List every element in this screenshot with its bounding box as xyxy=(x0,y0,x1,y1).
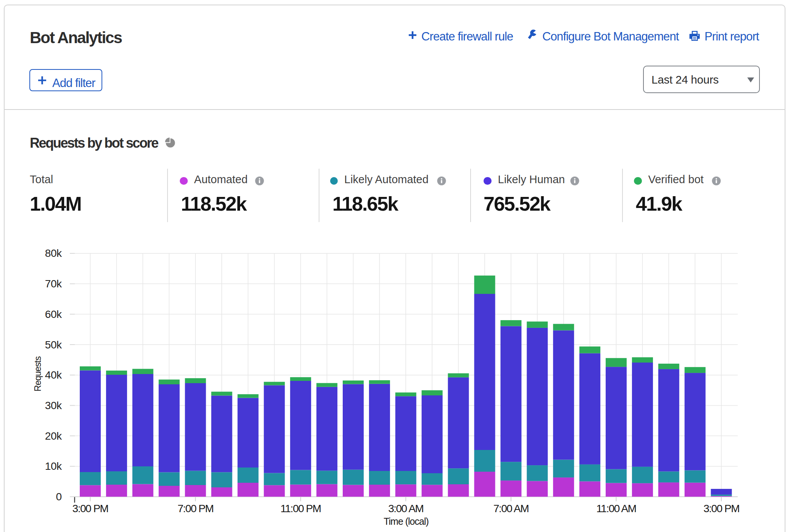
svg-text:20k: 20k xyxy=(45,430,62,442)
svg-text:30k: 30k xyxy=(45,400,62,411)
svg-text:70k: 70k xyxy=(45,278,62,290)
svg-text:3:00 AM: 3:00 AM xyxy=(388,503,423,514)
svg-text:Time (local): Time (local) xyxy=(384,516,429,527)
svg-text:60k: 60k xyxy=(45,308,62,320)
svg-text:7:00 AM: 7:00 AM xyxy=(493,503,529,514)
svg-text:3:00 PM: 3:00 PM xyxy=(73,503,108,514)
svg-text:10k: 10k xyxy=(45,460,62,472)
svg-text:11:00 PM: 11:00 PM xyxy=(281,503,321,514)
svg-text:7:00 PM: 7:00 PM xyxy=(177,503,213,514)
svg-text:80k: 80k xyxy=(45,247,62,259)
svg-text:11:00 AM: 11:00 AM xyxy=(596,503,636,514)
svg-text:0: 0 xyxy=(56,491,61,503)
svg-text:50k: 50k xyxy=(45,339,62,351)
svg-text:Requests: Requests xyxy=(33,356,43,392)
svg-text:3:00 PM: 3:00 PM xyxy=(703,503,739,514)
svg-text:40k: 40k xyxy=(45,369,62,381)
